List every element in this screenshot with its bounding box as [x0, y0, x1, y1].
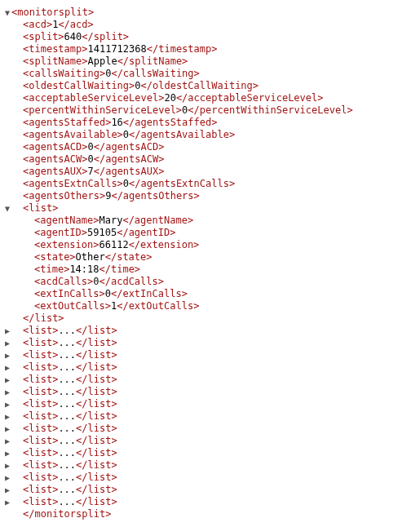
disclosure-triangle-closed[interactable]: ▶	[3, 386, 11, 398]
disclosure-triangle-closed[interactable]: ▶	[3, 361, 11, 374]
list-collapsed[interactable]: <list>...</list>	[11, 472, 117, 483]
list-field-state: <state>Other</state>	[11, 251, 153, 263]
list-field-acdCalls: <acdCalls>0</acdCalls>	[11, 276, 164, 287]
field-acd: <acd>1</acd>	[11, 19, 94, 30]
list-collapsed[interactable]: <list>...</list>	[11, 410, 117, 422]
list-collapsed[interactable]: <list>...</list>	[11, 361, 117, 373]
xml-tree: ▼<monitorsplit><acd>1</acd><split>640</s…	[3, 7, 417, 520]
disclosure-triangle-closed[interactable]: ▶	[3, 349, 11, 361]
field-agentsAvailable: <agentsAvailable>0</agentsAvailable>	[11, 129, 235, 140]
list-collapsed[interactable]: <list>...</list>	[11, 447, 117, 458]
disclosure-triangle-closed[interactable]: ▶	[3, 447, 11, 459]
disclosure-triangle-closed[interactable]: ▶	[3, 435, 11, 447]
disclosure-triangle-open[interactable]: ▼	[3, 7, 11, 19]
field-agentsAUX: <agentsAUX>7</agentsAUX>	[11, 166, 164, 177]
list-collapsed[interactable]: <list>...</list>	[11, 459, 117, 471]
list-collapsed[interactable]: <list>...</list>	[11, 398, 117, 410]
disclosure-triangle-closed[interactable]: ▶	[3, 423, 11, 435]
list-field-time: <time>14:18</time>	[11, 264, 140, 275]
disclosure-triangle-closed[interactable]: ▶	[3, 410, 11, 423]
field-split: <split>640</split>	[11, 31, 129, 42]
list-collapsed[interactable]: <list>...</list>	[11, 349, 117, 361]
field-callsWaiting: <callsWaiting>0</callsWaiting>	[11, 68, 200, 79]
list-field-extOutCalls: <extOutCalls>1</extOutCalls>	[11, 300, 199, 312]
list-collapsed[interactable]: <list>...</list>	[11, 435, 117, 446]
list-collapsed[interactable]: <list>...</list>	[11, 484, 117, 495]
disclosure-triangle-open[interactable]: ▼	[3, 202, 11, 215]
field-acceptableServiceLevel: <acceptableServiceLevel>20</acceptableSe…	[11, 92, 324, 104]
disclosure-triangle-closed[interactable]: ▶	[3, 374, 11, 386]
list-collapsed[interactable]: <list>...</list>	[11, 386, 117, 397]
list-open-tag[interactable]: <list>	[11, 202, 58, 214]
list-field-extension: <extension>66112</extension>	[11, 239, 199, 250]
field-splitName: <splitName>Apple</splitName>	[11, 55, 188, 67]
list-collapsed[interactable]: <list>...</list>	[11, 496, 117, 507]
field-agentsACW: <agentsACW>0</agentsACW>	[11, 153, 164, 165]
disclosure-triangle-closed[interactable]: ▶	[3, 398, 11, 410]
field-oldestCallWaiting: <oldestCallWaiting>0</oldestCallWaiting>	[11, 80, 259, 91]
field-agentsACD: <agentsACD>0</agentsACD>	[11, 141, 164, 153]
field-agentsOthers: <agentsOthers>9</agentsOthers>	[11, 190, 200, 202]
list-collapsed[interactable]: <list>...</list>	[11, 374, 117, 385]
list-field-extInCalls: <extInCalls>0</extInCalls>	[11, 288, 188, 299]
field-agentsStaffed: <agentsStaffed>16</agentsStaffed>	[11, 117, 217, 128]
list-collapsed[interactable]: <list>...</list>	[11, 337, 117, 348]
list-collapsed[interactable]: <list>...</list>	[11, 325, 117, 336]
disclosure-triangle-closed[interactable]: ▶	[3, 459, 11, 472]
root-close-tag: </monitorsplit>	[11, 508, 111, 520]
root-open-tag[interactable]: <monitorsplit>	[11, 7, 94, 18]
disclosure-triangle-closed[interactable]: ▶	[3, 325, 11, 337]
list-close-tag: </list>	[11, 312, 64, 324]
field-timestamp: <timestamp>1411712368</timestamp>	[11, 43, 217, 55]
list-collapsed[interactable]: <list>...</list>	[11, 423, 117, 434]
disclosure-triangle-closed[interactable]: ▶	[3, 337, 11, 349]
disclosure-triangle-closed[interactable]: ▶	[3, 472, 11, 484]
field-agentsExtnCalls: <agentsExtnCalls>0</agentsExtnCalls>	[11, 178, 235, 189]
list-field-agentName: <agentName>Mary</agentName>	[11, 215, 193, 226]
field-percentWithinServiceLevel: <percentWithinServiceLevel>0</percentWit…	[11, 104, 353, 116]
list-field-agentID: <agentID>59105</agentID>	[11, 227, 175, 238]
disclosure-triangle-closed[interactable]: ▶	[3, 484, 11, 496]
disclosure-triangle-closed[interactable]: ▶	[3, 496, 11, 508]
